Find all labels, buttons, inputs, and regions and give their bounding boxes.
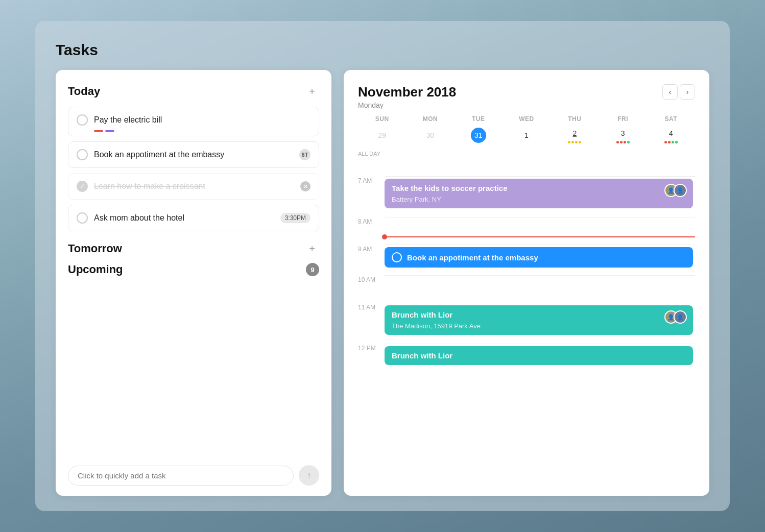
right-panel: November 2018 Monday ‹ › SUN MON TUE WED… (344, 70, 709, 496)
calendar-next-button[interactable]: › (680, 84, 695, 100)
today-label: Today (68, 85, 100, 98)
event-circle-icon (392, 252, 402, 262)
cal-day-wrapper[interactable]: 1 (503, 127, 551, 143)
avatar: 👤 (674, 310, 687, 324)
event-title: Brunch with Lior (392, 351, 686, 360)
calendar-month-info: November 2018 Monday (358, 84, 456, 109)
cal-day-dots (568, 141, 581, 143)
time-label-7am: 7 AM (358, 176, 385, 184)
upcoming-section-header: Upcoming 9 (68, 263, 319, 276)
event-dot (620, 141, 623, 143)
time-row-11am: 11 AM Brunch with Lior The Madison, 1591… (358, 303, 695, 344)
cal-day-wrapper[interactable]: 2 (551, 127, 599, 143)
time-row-10am: 10 AM (358, 275, 695, 303)
event-embassy[interactable]: Book an appotiment at the embassy (385, 247, 693, 268)
time-label-10am: 10 AM (358, 275, 385, 283)
today-section-header: Today + (68, 84, 319, 99)
cal-day[interactable]: 1 (524, 129, 529, 142)
event-dot (575, 141, 578, 143)
time-content-7am: Take the kids to soccer practice Battery… (385, 176, 695, 217)
cal-day-header-tue: TUE (455, 112, 503, 127)
event-dot (672, 141, 674, 143)
event-dot (579, 141, 581, 143)
event-dot (616, 141, 619, 143)
time-row-9am: 9 AM Book an appotiment at the embassy (358, 245, 695, 275)
event-title: Brunch with Lior (392, 310, 686, 319)
app-window: Tasks Today + Pay the electric bill Bo (35, 21, 730, 511)
time-content-12pm: Brunch with Lior (385, 344, 695, 369)
time-label-9am: 9 AM (358, 245, 385, 253)
task-delete-button[interactable]: ✕ (300, 181, 310, 191)
cal-day[interactable]: 3 (621, 127, 625, 140)
cal-day-wrapper[interactable]: 4 (647, 127, 695, 143)
avatar: 👤 (674, 184, 687, 197)
quick-add-input[interactable] (68, 466, 294, 486)
event-dot (571, 141, 574, 143)
time-label-12pm: 12 PM (358, 344, 385, 352)
task-item: Book an appotiment at the embassy 6T (68, 141, 319, 168)
upcoming-label: Upcoming (68, 263, 123, 276)
event-brunch-lior-2[interactable]: Brunch with Lior (385, 346, 693, 365)
event-dot (668, 141, 671, 143)
cal-day-header-sun: SUN (358, 112, 406, 127)
upcoming-count-badge: 9 (306, 263, 319, 276)
calendar-grid: SUN MON TUE WED THU FRI SAT 29 30 31 1 (358, 112, 695, 143)
task-text: Ask mom about the hotel (94, 213, 274, 223)
add-tomorrow-button[interactable]: + (305, 241, 319, 256)
cal-day-header-wed: WED (503, 112, 551, 127)
time-content-10am (385, 275, 695, 303)
calendar-prev-button[interactable]: ‹ (662, 84, 678, 100)
time-label-11am: 11 AM (358, 303, 385, 311)
cal-day-header-mon: MON (406, 112, 454, 127)
cal-day-today[interactable]: 31 (471, 128, 486, 143)
app-title: Tasks (56, 41, 709, 59)
current-time-line (385, 236, 695, 237)
cal-day-dots (664, 141, 678, 143)
cal-day[interactable]: 2 (572, 127, 577, 140)
task-priority-indicators (94, 130, 114, 132)
calendar-month-year: November 2018 (358, 84, 456, 100)
time-label-8am: 8 AM (358, 217, 385, 225)
task-checkbox[interactable] (77, 149, 88, 160)
event-location: The Madison, 15919 Park Ave (392, 322, 686, 330)
event-location: Battery Park, NY (392, 196, 686, 203)
cal-day-wrapper[interactable]: 30 (406, 127, 454, 143)
event-soccer-practice[interactable]: Take the kids to soccer practice Battery… (385, 179, 693, 208)
left-panel: Today + Pay the electric bill Book an ap… (56, 70, 331, 496)
task-checkbox[interactable] (77, 114, 88, 126)
cal-day[interactable]: 30 (426, 129, 435, 142)
task-time-badge: 3:30PM (280, 213, 310, 223)
event-dot (568, 141, 570, 143)
event-dot (675, 141, 678, 143)
cal-day-header-sat: SAT (647, 112, 695, 127)
event-title: Take the kids to soccer practice (392, 184, 686, 192)
cal-day-wrapper[interactable]: 29 (358, 127, 406, 143)
quick-add-submit-button[interactable]: ↑ (299, 465, 319, 486)
allday-label: ALL DAY (358, 149, 385, 157)
time-row-8am: 8 AM (358, 217, 695, 245)
event-dot (624, 141, 626, 143)
event-brunch-lior[interactable]: Brunch with Lior The Madison, 15919 Park… (385, 305, 693, 335)
cal-day-header-fri: FRI (599, 112, 647, 127)
task-item: Pay the electric bill (68, 107, 319, 136)
current-time-dot (382, 234, 387, 239)
time-row-12pm: 12 PM Brunch with Lior (358, 344, 695, 371)
cal-day-header-thu: THU (551, 112, 599, 127)
calendar-nav: ‹ › (662, 84, 695, 100)
calendar-header: November 2018 Monday ‹ › (358, 84, 695, 109)
cal-day[interactable]: 29 (378, 129, 386, 142)
task-text: Pay the electric bill (94, 115, 310, 125)
cal-day[interactable]: 4 (669, 127, 673, 140)
event-dot (627, 141, 630, 143)
task-text-completed: Learn how to make a croissant (94, 182, 294, 191)
priority-red-indicator (94, 130, 103, 132)
add-today-button[interactable]: + (305, 84, 319, 99)
task-checkbox[interactable] (77, 212, 88, 224)
time-content-11am: Brunch with Lior The Madison, 15919 Park… (385, 303, 695, 344)
task-checkbox-done[interactable] (77, 181, 88, 192)
event-avatars: 👤 👤 (664, 184, 687, 197)
cal-day-wrapper[interactable]: 3 (599, 127, 647, 143)
time-content-8am (385, 217, 695, 245)
cal-day-wrapper[interactable]: 31 (455, 127, 503, 143)
cal-day-dots (616, 141, 630, 143)
